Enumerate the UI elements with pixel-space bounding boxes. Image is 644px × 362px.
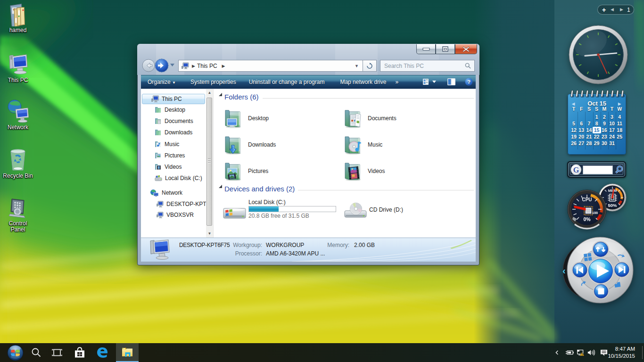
svg-text:‹: ‹ xyxy=(562,265,566,276)
svg-text:MEM: MEM xyxy=(608,189,617,193)
svg-text:0%: 0% xyxy=(583,216,591,222)
svg-text:?: ? xyxy=(467,79,471,85)
svg-text:G: G xyxy=(573,166,579,174)
svg-text:100: 100 xyxy=(592,211,598,215)
svg-text:50%: 50% xyxy=(608,203,617,208)
svg-text:CPU: CPU xyxy=(582,197,592,202)
